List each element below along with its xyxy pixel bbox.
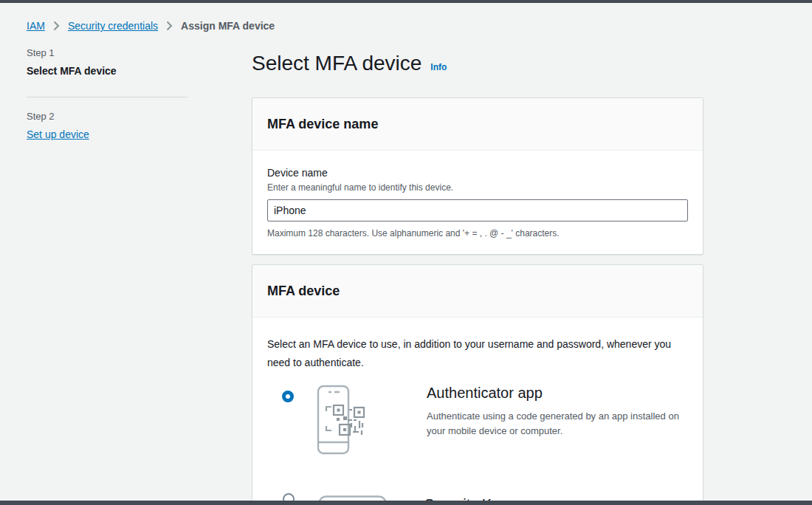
wizard-step-2: Step 2 Set up device (27, 111, 188, 141)
device-name-card-header: MFA device name (252, 98, 703, 151)
breadcrumb-link-security-credentials[interactable]: Security credentials (68, 19, 158, 32)
breadcrumb-chevron-icon (166, 21, 173, 31)
page-title: Select MFA deviceInfo (252, 50, 703, 80)
option-authenticator-app-title: Authenticator app (427, 383, 688, 402)
main-content: Select MFA deviceInfo MFA device name De… (252, 50, 703, 505)
breadcrumb-current-page: Assign MFA device (181, 19, 275, 32)
option-authenticator-app-description: Authenticate using a code generated by a… (427, 409, 688, 439)
steps-divider (27, 97, 188, 97)
mfa-device-card-header: MFA device (252, 265, 703, 317)
breadcrumb-link-iam[interactable]: IAM (27, 19, 45, 32)
step-2-link[interactable]: Set up device (27, 128, 89, 141)
wizard-step-1: Step 1 Select MFA device (27, 47, 188, 78)
window-top-bar (0, 0, 812, 3)
radio-authenticator-app[interactable] (282, 391, 294, 402)
info-link[interactable]: Info (430, 62, 447, 72)
option-authenticator-app[interactable]: Authenticator app Authenticate using a c… (267, 382, 688, 458)
wizard-steps-nav: Step 1 Select MFA device Step 2 Set up d… (27, 47, 188, 141)
option-authenticator-app-text: Authenticator app Authenticate using a c… (427, 382, 688, 439)
window-bottom-bar (0, 501, 812, 505)
mfa-device-instructions: Select an MFA device to use, in addition… (267, 332, 688, 372)
device-name-card: MFA device name Device name Enter a mean… (252, 97, 703, 255)
mfa-device-card-body: Select an MFA device to use, in addition… (252, 317, 703, 505)
step-1-title: Select MFA device (27, 64, 188, 78)
device-name-constraint: Maximum 128 characters. Use alphanumeric… (267, 227, 688, 239)
breadcrumb-chevron-icon (53, 21, 60, 31)
step-2-label: Step 2 (27, 111, 188, 123)
authenticator-app-icon (317, 385, 368, 458)
device-name-description: Enter a meaningful name to identify this… (267, 182, 688, 193)
step-1-label: Step 1 (27, 47, 188, 59)
device-name-card-body: Device name Enter a meaningful name to i… (252, 151, 703, 254)
mfa-device-card: MFA device Select an MFA device to use, … (252, 264, 703, 505)
device-name-input[interactable] (267, 199, 688, 221)
device-name-label: Device name (267, 167, 328, 179)
breadcrumb: IAM Security credentials Assign MFA devi… (27, 19, 275, 32)
